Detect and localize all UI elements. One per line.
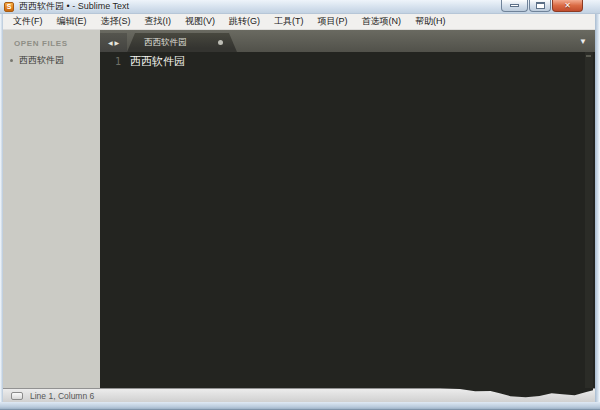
tab-scroll-left-icon[interactable]: ◀ [108,39,113,46]
tab-scroll-right-icon[interactable]: ▶ [115,39,120,46]
tab-label: 西西软件园 [144,37,187,49]
code-line[interactable]: 1 西西软件园 [100,52,595,69]
menu-item[interactable]: 工具(T) [267,13,311,30]
menu-item[interactable]: 跳转(G) [222,13,267,30]
tab-active[interactable]: 西西软件园 [127,33,237,52]
tab-modified-dot-icon [218,40,223,45]
menu-item[interactable]: 项目(P) [311,13,355,30]
menu-item[interactable]: 文件(F) [6,13,50,30]
cursor-position-text: Line 1, Column 6 [30,391,94,401]
tabbar: ◀ ▶ 西西软件园 ▼ [100,30,595,52]
minimize-button[interactable] [501,0,528,12]
minimize-icon [510,4,519,7]
sidebar-file-name: 西西软件园 [19,54,64,67]
window-border-right [595,14,600,410]
menu-item[interactable]: 选择(S) [94,13,138,30]
maximize-icon [536,2,545,9]
file-modified-dot-icon [10,59,13,62]
tab-overflow-button[interactable]: ▼ [579,30,587,52]
menu-item[interactable]: 查找(I) [138,13,179,30]
sublime-app-icon[interactable]: S [4,2,14,12]
status-panel-icon [11,392,23,400]
chevron-down-icon: ▼ [579,37,587,46]
tab-scroll-buttons[interactable]: ◀ ▶ [100,33,127,52]
menu-item[interactable]: 帮助(H) [408,13,453,30]
code-text: 西西软件园 [130,55,185,69]
window-title: 西西软件园 • - Sublime Text [19,0,129,13]
editor-area[interactable]: 1 西西软件园 [100,52,595,388]
minimap-text-mark [586,55,591,57]
close-icon: ✕ [564,2,571,10]
menubar: 文件(F)编辑(E)选择(S)查找(I)视图(V)跳转(G)工具(T)项目(P)… [3,14,595,30]
maximize-button[interactable] [529,0,551,12]
minimap[interactable] [585,52,593,388]
line-number: 1 [100,55,121,69]
menu-item[interactable]: 视图(V) [178,13,222,30]
menu-item[interactable]: 编辑(E) [50,13,94,30]
window-border-bottom [0,402,600,410]
close-button[interactable]: ✕ [552,0,583,12]
window-controls: ✕ [500,0,583,12]
sidebar[interactable]: OPEN FILES 西西软件园 [3,30,100,388]
menu-item[interactable]: 首选项(N) [355,13,409,30]
open-files-header: OPEN FILES [14,39,100,48]
sidebar-file-item[interactable]: 西西软件园 [3,52,100,69]
